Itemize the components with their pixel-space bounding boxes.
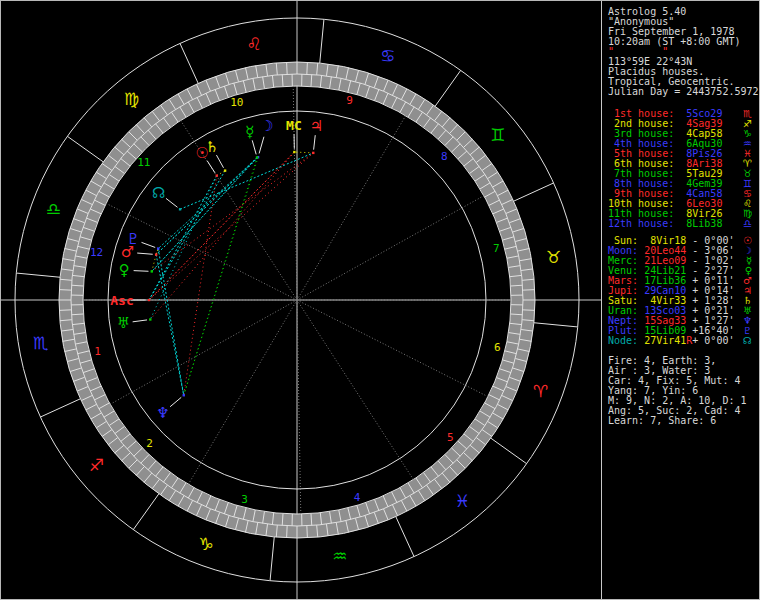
planet-dot-jupi	[312, 152, 314, 154]
house-cusp-value: 8Lib38	[674, 218, 722, 229]
chart-header: Astrolog 5.40"Anonymous"Fri September 1,…	[608, 7, 759, 97]
house-cusp-table: 1st house: 5Sco29♏ 2nd house: 4Sag39♐ 3r…	[608, 109, 756, 229]
sign-glyph-virgo: ♍	[124, 89, 139, 109]
sign-glyph-aquarius: ♒	[332, 546, 347, 566]
planet-position-value: 27Vir41	[638, 335, 686, 346]
sign-glyph-gemini: ♊	[490, 125, 505, 145]
astrolog-window: ♈♉♊♋♌♍♎♏♐♑♒♓123456789101112☉☽☿♀♂♃♄♅♆♇☊MC…	[0, 0, 760, 600]
aspect-line-asc-jupi	[149, 153, 313, 300]
planet-dot-mc	[293, 151, 295, 153]
planet-dot-asc	[148, 299, 150, 301]
degree-tick	[523, 290, 535, 291]
house-number-1: 1	[94, 345, 101, 358]
sign-glyph-capricorn: ♑	[198, 534, 213, 554]
house-number-3: 3	[241, 493, 248, 506]
house-row: 12th house: 8Lib38♎	[608, 219, 756, 229]
element-tally-table: Fire: 4, Earth: 3,Air : 3, Water: 3Car: …	[608, 356, 746, 426]
degree-tick	[287, 62, 288, 74]
planet-pointer-plut	[142, 242, 156, 247]
planet-position-table: Sun: 8Vir18 - 0°00'☉Moon: 20Leo44 - 3°06…	[608, 236, 756, 346]
house-number-9: 9	[346, 94, 353, 107]
planet-dot-node	[179, 208, 181, 210]
house-number-7: 7	[493, 242, 500, 255]
chart-wheel: ♈♉♊♋♌♍♎♏♐♑♒♓123456789101112☉☽☿♀♂♃♄♅♆♇☊MC…	[1, 1, 602, 599]
planet-dot-plut	[157, 247, 159, 249]
house-cusp-spoke	[297, 300, 413, 480]
planet-glyph-venu: ♀	[119, 261, 130, 279]
planet-glyph-jupi: ♃	[310, 117, 323, 135]
planet-pointer-venu	[134, 271, 149, 272]
planet-velocity: + 0°00'	[692, 335, 734, 346]
planet-pointer-uran	[133, 320, 147, 322]
planet-dot-uran	[149, 318, 151, 320]
planet-pointer-moon	[259, 137, 264, 154]
house-cusp-spoke	[188, 300, 297, 484]
planet-glyph-plut: ♇	[126, 230, 139, 248]
planet-pointer-merc	[252, 140, 256, 154]
house-number-4: 4	[354, 491, 361, 504]
house-cusp-spoke	[297, 300, 301, 514]
aspect-line-moon-plut	[158, 157, 258, 248]
sign-glyph-taurus: ♉	[546, 247, 561, 267]
angle-label-mc: MC	[286, 118, 302, 133]
aspect-line-sun-satu	[217, 171, 225, 176]
planet-glyph-nept: ♆	[156, 404, 169, 422]
house-cusp-spoke	[297, 196, 484, 300]
planet-row: Node: 27Vir41R+ 0°00'☊	[608, 336, 756, 346]
planet-dot-satu	[224, 169, 226, 171]
degree-tick	[59, 290, 71, 291]
planet-dot-merc	[256, 156, 258, 158]
sign-glyph-aries: ♈	[533, 381, 548, 401]
sidebar-separator	[601, 1, 602, 600]
sign-divider	[40, 399, 80, 417]
degree-tick	[307, 526, 308, 538]
planet-label: Node:	[608, 335, 638, 346]
sign-divider	[270, 537, 274, 581]
planet-glyph-moon: ☽	[260, 117, 273, 135]
planet-dot-nept	[183, 394, 185, 396]
sign-glyph-scorpio: ♏	[33, 333, 48, 353]
sign-glyph-pisces: ♓	[455, 491, 470, 511]
planet-pointer-node	[166, 198, 178, 207]
sign-divider	[534, 323, 578, 327]
sign-divider	[514, 183, 554, 201]
house-cusp-spoke	[110, 300, 297, 404]
house-number-5: 5	[447, 431, 454, 444]
planet-dot-venu	[151, 270, 153, 272]
house-number-2: 2	[146, 437, 153, 450]
house-label: 12th house:	[608, 218, 674, 229]
zodiac-sign-icon: ♎	[743, 219, 752, 229]
sign-divider	[67, 136, 103, 162]
aspect-line-mc-asc	[149, 152, 294, 300]
planet-dot-sun	[216, 174, 218, 176]
tally-line: Learn: 7, Share: 6	[608, 416, 746, 426]
planet-glyph-uran: ♅	[117, 314, 130, 332]
degree-tick	[59, 310, 71, 311]
sign-glyph-cancer: ♋	[380, 46, 395, 66]
sign-divider	[133, 494, 159, 530]
sign-glyph-libra: ♎	[46, 199, 61, 219]
header-line: Julian Day = 2443752.5972	[608, 87, 759, 97]
planet-dot-mars	[155, 253, 157, 255]
sign-divider	[320, 19, 324, 63]
planet-icon: ☊	[743, 336, 752, 346]
sign-divider	[396, 517, 414, 557]
planet-pointer-sun	[207, 161, 215, 173]
aspect-line-sun-nept	[184, 176, 217, 396]
angle-label-asc: Asc	[110, 293, 133, 308]
planet-glyph-satu: ♄	[205, 138, 218, 156]
planet-glyph-merc: ☿	[245, 123, 254, 141]
sign-divider	[16, 273, 60, 277]
degree-tick	[523, 310, 535, 311]
sign-glyph-sagittarius: ♐	[89, 455, 104, 475]
house-number-12: 12	[90, 246, 103, 259]
sign-divider	[491, 438, 527, 464]
house-cusp-spoke	[297, 300, 488, 397]
degree-tick	[287, 526, 288, 538]
sign-glyph-leo: ♌	[246, 34, 261, 54]
planet-pointer-mars	[137, 253, 152, 254]
house-number-11: 11	[137, 156, 150, 169]
house-cusp-spoke	[297, 116, 406, 300]
planet-pointer-satu	[216, 155, 223, 168]
planet-glyph-node: ☊	[152, 184, 165, 202]
